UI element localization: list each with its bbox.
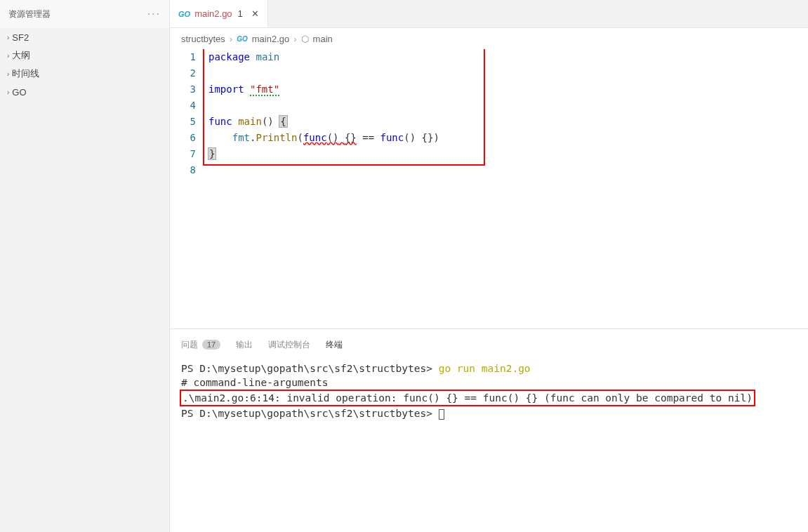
chevron-right-icon: ›	[293, 34, 296, 44]
sidebar-item-label: SF2	[12, 32, 29, 43]
sidebar-title: 资源管理器	[8, 8, 51, 20]
terminal-prompt: PS D:\mysetup\gopath\src\sf2\structbytes…	[181, 408, 439, 419]
sidebar-header: 资源管理器 ···	[0, 0, 169, 28]
terminal-output: # command-line-arguments	[181, 377, 329, 388]
sidebar-item-sf2[interactable]: › SF2	[0, 28, 169, 46]
editor[interactable]: 1 2 3 4 5 6 7 8 package main import "fmt…	[170, 49, 808, 328]
sidebar-item-timeline[interactable]: › 时间线	[0, 65, 169, 83]
terminal-error: .\main2.go:6:14: invalid operation: func…	[180, 390, 755, 406]
breadcrumb[interactable]: structbytes › GO main2.go › ⬡ main	[170, 28, 808, 49]
chevron-right-icon: ›	[7, 70, 9, 78]
breadcrumb-item[interactable]: main	[313, 34, 333, 44]
chevron-right-icon: ›	[7, 88, 9, 96]
tab-problems[interactable]: 问题 17	[181, 339, 220, 351]
bottom-panel: 问题 17 输出 调试控制台 终端 PS D:\mysetup\gopath\s…	[170, 328, 808, 532]
panel-tabs: 问题 17 输出 调试控制台 终端	[170, 329, 808, 353]
chevron-right-icon: ›	[230, 34, 232, 44]
terminal-command: go run main2.go	[439, 363, 531, 374]
terminal[interactable]: PS D:\mysetup\gopath\src\sf2\structbytes…	[170, 353, 808, 532]
chevron-right-icon: ›	[7, 52, 9, 60]
go-file-icon: GO	[178, 10, 190, 18]
tab-debug-console[interactable]: 调试控制台	[268, 339, 310, 351]
tab-bar: GO main2.go 1 ✕	[170, 0, 808, 28]
cursor-icon	[439, 409, 444, 420]
sidebar-item-label: GO	[12, 87, 26, 98]
breadcrumb-item[interactable]: main2.go	[252, 34, 289, 44]
close-icon[interactable]: ✕	[251, 8, 259, 19]
more-icon[interactable]: ···	[147, 8, 161, 20]
code-content[interactable]: package main import "fmt" func main() { …	[208, 49, 808, 328]
chevron-right-icon: ›	[7, 34, 9, 41]
symbol-icon: ⬡	[301, 34, 309, 44]
sidebar-item-outline[interactable]: › 大纲	[0, 46, 169, 65]
tab-modified-count: 1	[238, 8, 243, 19]
sidebar: 资源管理器 ··· › SF2 › 大纲 › 时间线 › GO	[0, 0, 170, 532]
tab-main2-go[interactable]: GO main2.go 1 ✕	[170, 0, 268, 27]
sidebar-item-label: 时间线	[12, 67, 39, 80]
problems-badge: 17	[202, 340, 220, 350]
go-file-icon: GO	[237, 35, 248, 43]
terminal-prompt: PS D:\mysetup\gopath\src\sf2\structbytes…	[181, 363, 439, 374]
tab-label: main2.go	[194, 8, 232, 19]
tab-output[interactable]: 输出	[236, 339, 253, 351]
main-area: GO main2.go 1 ✕ structbytes › GO main2.g…	[170, 0, 808, 532]
line-gutter: 1 2 3 4 5 6 7 8	[170, 49, 208, 328]
sidebar-item-label: 大纲	[12, 49, 30, 62]
breadcrumb-item[interactable]: structbytes	[181, 34, 225, 44]
sidebar-item-go[interactable]: › GO	[0, 83, 169, 101]
